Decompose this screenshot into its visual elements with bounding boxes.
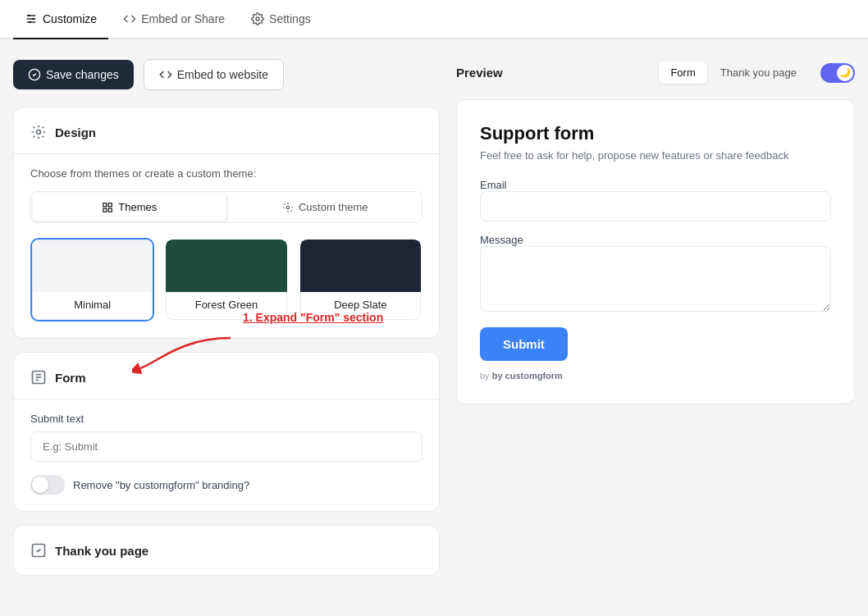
embed-code-icon — [159, 68, 172, 81]
divider — [14, 153, 439, 154]
preview-header: Preview Form Thank you page 🌙 — [456, 59, 855, 86]
forest-green-label: Forest Green — [166, 292, 286, 320]
email-field-label: Email — [480, 179, 507, 191]
left-panel: Save changes Embed to website Design Cho… — [13, 59, 440, 576]
preview-controls: Form Thank you page 🌙 — [656, 59, 855, 86]
message-field-label: Message — [480, 234, 523, 246]
branding-label: Remove "by customgform" branding? — [73, 479, 249, 491]
themes-tab-button[interactable]: Themes — [33, 194, 227, 221]
save-changes-button[interactable]: Save changes — [13, 60, 134, 89]
design-card: Design Choose from themes or create a cu… — [13, 107, 440, 339]
form-preview-title: Support form — [480, 123, 831, 144]
svg-rect-10 — [108, 203, 112, 206]
nav-embed-share[interactable]: Embed or Share — [112, 0, 236, 39]
toggle-thumb — [32, 477, 48, 493]
themes-grid: Minimal Forest Green Deep Slate — [30, 238, 423, 322]
email-field-input[interactable] — [480, 191, 831, 221]
form-section-wrapper: 1. Expand "Form" section Form Submi — [13, 352, 440, 512]
deep-slate-swatch — [300, 240, 421, 292]
code-icon — [123, 12, 136, 25]
toggle-track: ✕ — [30, 475, 65, 495]
theme-minimal[interactable]: Minimal — [30, 238, 154, 322]
preview-title: Preview — [456, 66, 503, 80]
main-content: Save changes Embed to website Design Cho… — [0, 39, 868, 595]
svg-rect-11 — [103, 208, 107, 212]
form-preview-description: Feel free to ask for help, propose new f… — [480, 149, 831, 162]
minimal-label: Minimal — [32, 292, 153, 320]
svg-rect-12 — [108, 208, 112, 212]
submit-text-input[interactable] — [30, 431, 423, 462]
grid-icon — [102, 202, 113, 213]
submit-text-group: Submit text — [30, 413, 423, 462]
theme-description: Choose from themes or create a custom th… — [30, 167, 423, 180]
form-icon — [30, 369, 47, 386]
dark-thumb: 🌙 — [837, 65, 853, 81]
svg-point-13 — [286, 206, 290, 209]
custom-theme-tab-button[interactable]: Custom theme — [229, 192, 423, 222]
theme-mode-toggle: Themes Custom theme — [30, 191, 423, 223]
svg-point-5 — [29, 21, 31, 24]
right-panel: Preview Form Thank you page 🌙 Support fo… — [456, 59, 855, 576]
gear-icon — [251, 12, 264, 25]
thankyou-preview-tab[interactable]: Thank you page — [709, 62, 808, 84]
svg-point-6 — [256, 17, 259, 21]
nav-settings[interactable]: Settings — [240, 0, 322, 39]
embed-to-website-button[interactable]: Embed to website — [144, 59, 284, 90]
design-icon — [30, 124, 47, 140]
branding-toggle[interactable]: ✕ — [30, 475, 65, 495]
submit-text-label: Submit text — [30, 413, 423, 425]
form-section-header[interactable]: Form — [30, 369, 423, 386]
svg-point-4 — [32, 18, 34, 21]
design-header: Design — [30, 124, 423, 140]
svg-point-3 — [28, 15, 30, 17]
branding-row: ✕ Remove "by customgform" branding? — [30, 475, 423, 495]
minimal-swatch — [32, 240, 153, 292]
forest-green-swatch — [166, 240, 286, 292]
powered-by: by by customgform — [480, 371, 831, 381]
theme-forest-green[interactable]: Forest Green — [164, 238, 288, 322]
submit-button[interactable]: Submit — [480, 327, 568, 361]
thankyou-header[interactable]: Thank you page — [30, 542, 423, 559]
form-section-card: Form Submit text ✕ Remove "by customgfor… — [13, 352, 440, 512]
sliders-icon — [25, 12, 38, 25]
custom-icon — [282, 202, 294, 213]
form-preview-tab[interactable]: Form — [659, 62, 706, 84]
message-field-textarea[interactable] — [480, 246, 831, 312]
preview-tab-group: Form Thank you page — [656, 59, 811, 86]
top-navigation: Customize Embed or Share Settings — [0, 0, 868, 39]
deep-slate-label: Deep Slate — [300, 292, 421, 320]
form-divider — [14, 399, 439, 399]
thankyou-icon — [30, 542, 47, 559]
svg-rect-9 — [103, 203, 107, 206]
nav-customize[interactable]: Customize — [13, 0, 108, 39]
form-preview: Support form Feel free to ask for help, … — [456, 99, 855, 404]
check-circle-icon — [28, 68, 41, 81]
svg-point-8 — [37, 130, 41, 135]
thankyou-section-card: Thank you page — [13, 525, 440, 576]
theme-deep-slate[interactable]: Deep Slate — [299, 238, 423, 322]
powered-by-text: by customgform — [492, 371, 563, 381]
dark-mode-toggle[interactable]: 🌙 — [820, 63, 855, 83]
toolbar: Save changes Embed to website — [13, 59, 440, 90]
